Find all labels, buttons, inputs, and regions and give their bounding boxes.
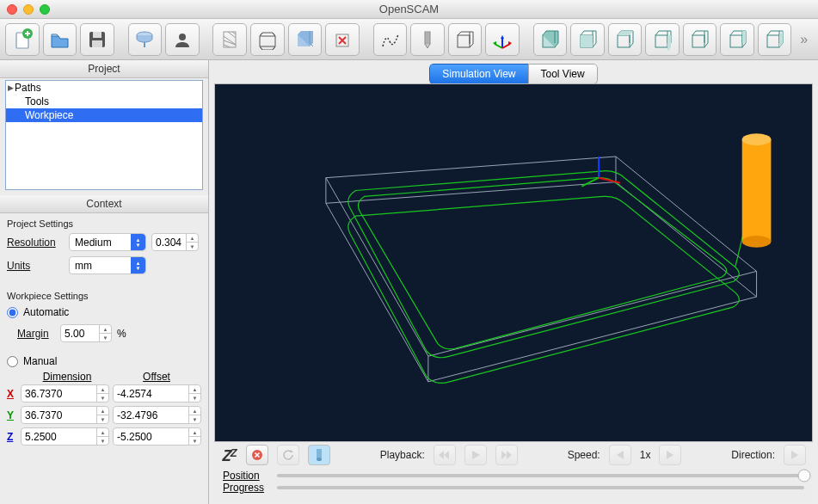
stepper-icon[interactable]: ▲▼ bbox=[96, 428, 108, 445]
axis-y-label: Y bbox=[7, 409, 17, 421]
margin-input[interactable]: 5.00 ▲▼ bbox=[60, 324, 112, 342]
tool-button-1[interactable] bbox=[128, 23, 163, 56]
svg-marker-44 bbox=[617, 451, 624, 459]
svg-marker-41 bbox=[472, 451, 480, 459]
open-file-button[interactable] bbox=[43, 23, 77, 56]
solid-box-button[interactable] bbox=[288, 23, 323, 56]
manual-radio[interactable] bbox=[7, 356, 18, 367]
slider-thumb[interactable] bbox=[798, 470, 811, 482]
axis-x-label: X bbox=[7, 388, 17, 400]
wire-frame-button[interactable] bbox=[250, 23, 285, 56]
resolution-value: Medium bbox=[75, 237, 112, 249]
svg-rect-4 bbox=[92, 40, 102, 47]
tool-preview-button[interactable] bbox=[308, 445, 330, 465]
z-offset-input[interactable]: -5.2500▲▼ bbox=[113, 427, 201, 446]
y-dimension-input[interactable]: 36.7370▲▼ bbox=[21, 406, 109, 424]
svg-marker-36 bbox=[290, 450, 293, 452]
svg-marker-24 bbox=[326, 182, 757, 382]
wire-hatch-button[interactable] bbox=[212, 23, 247, 56]
main-toolbar: » bbox=[0, 19, 818, 60]
stepper-icon[interactable]: ▲▼ bbox=[96, 407, 108, 423]
units-select[interactable]: mm bbox=[69, 256, 146, 274]
tab-tool-view[interactable]: Tool View bbox=[528, 64, 598, 84]
stop-button[interactable] bbox=[246, 445, 268, 465]
3d-viewport[interactable] bbox=[214, 83, 813, 442]
svg-marker-12 bbox=[501, 35, 504, 39]
margin-unit: % bbox=[117, 328, 126, 340]
svg-marker-13 bbox=[493, 41, 496, 46]
project-tree[interactable]: Paths Tools Workpiece bbox=[5, 80, 203, 190]
context-panel-header: Context bbox=[0, 195, 208, 213]
view-cube-7[interactable] bbox=[758, 23, 792, 56]
view-cube-4[interactable] bbox=[645, 23, 680, 56]
z-dimension-input[interactable]: 5.2500▲▼ bbox=[21, 427, 109, 446]
resolution-select[interactable]: Medium bbox=[69, 233, 146, 251]
automatic-radio[interactable] bbox=[7, 307, 18, 318]
save-file-button[interactable] bbox=[80, 23, 114, 56]
y-offset-input[interactable]: -32.4796▲▼ bbox=[113, 406, 201, 424]
user-button[interactable] bbox=[165, 23, 200, 56]
svg-marker-40 bbox=[439, 451, 444, 459]
x-dimension-input[interactable]: 36.7370▲▼ bbox=[21, 384, 109, 403]
svg-rect-32 bbox=[742, 139, 772, 242]
axes-gizmo-button[interactable] bbox=[485, 23, 520, 56]
svg-rect-21 bbox=[730, 35, 742, 47]
left-sidebar: Project Paths Tools Workpiece Context Pr… bbox=[0, 60, 209, 504]
clear-box-button[interactable] bbox=[325, 23, 360, 56]
stepper-icon[interactable]: ▲▼ bbox=[99, 325, 111, 341]
view-tabs: Simulation View Tool View bbox=[209, 60, 818, 83]
view-cube-6[interactable] bbox=[720, 23, 754, 56]
units-label: Units bbox=[7, 260, 64, 272]
dropdown-arrows-icon bbox=[131, 234, 145, 250]
view-cube-5[interactable] bbox=[683, 23, 717, 56]
stepper-icon[interactable]: ▲▼ bbox=[186, 234, 198, 250]
svg-point-34 bbox=[742, 236, 772, 248]
z-dimension-value: 5.2500 bbox=[25, 431, 57, 443]
tree-item-paths[interactable]: Paths bbox=[6, 81, 202, 95]
view-cube-2[interactable] bbox=[570, 23, 605, 56]
drill-tool-button[interactable] bbox=[410, 23, 445, 56]
svg-marker-45 bbox=[667, 451, 673, 459]
stepper-icon[interactable]: ▲▼ bbox=[96, 385, 108, 402]
stepper-icon[interactable]: ▲▼ bbox=[188, 385, 200, 402]
resolution-number-value: 0.304 bbox=[156, 237, 181, 249]
x-offset-input[interactable]: -4.2574▲▼ bbox=[113, 384, 201, 403]
progress-slider[interactable] bbox=[277, 486, 804, 489]
svg-rect-17 bbox=[581, 35, 593, 47]
stepper-icon[interactable]: ▲▼ bbox=[188, 428, 200, 445]
svg-marker-14 bbox=[508, 41, 512, 46]
speed-up-button[interactable] bbox=[659, 445, 681, 465]
tab-simulation-view[interactable]: Simulation View bbox=[429, 64, 527, 84]
tree-item-workpiece[interactable]: Workpiece bbox=[6, 108, 202, 122]
reload-button[interactable] bbox=[277, 445, 299, 465]
resolution-number-input[interactable]: 0.304 ▲▼ bbox=[151, 233, 199, 251]
svg-marker-43 bbox=[507, 451, 512, 459]
x-dimension-value: 36.7370 bbox=[25, 388, 62, 400]
playback-label: Playback: bbox=[380, 449, 425, 461]
sliders-panel: Position Progress bbox=[214, 468, 813, 501]
tree-item-tools[interactable]: Tools bbox=[6, 95, 202, 108]
dimension-header: Dimension bbox=[22, 371, 112, 383]
y-offset-value: -32.4796 bbox=[117, 409, 157, 421]
stepper-icon[interactable]: ▲▼ bbox=[188, 407, 200, 423]
view-cube-3[interactable] bbox=[608, 23, 643, 56]
play-button[interactable] bbox=[464, 445, 487, 465]
bounding-box-button[interactable] bbox=[448, 23, 483, 56]
zoom-window-button[interactable] bbox=[40, 4, 50, 15]
x-offset-value: -4.2574 bbox=[117, 388, 152, 400]
path-curve-button[interactable] bbox=[373, 23, 408, 56]
svg-rect-7 bbox=[224, 32, 236, 47]
close-window-button[interactable] bbox=[7, 4, 17, 15]
forward-button[interactable] bbox=[495, 445, 518, 465]
speed-down-button[interactable] bbox=[609, 445, 631, 465]
toolbar-overflow-button[interactable]: » bbox=[795, 32, 813, 47]
margin-label: Margin bbox=[17, 328, 55, 340]
direction-button[interactable] bbox=[784, 445, 806, 465]
window-title: OpenSCAM bbox=[379, 3, 439, 15]
new-file-button[interactable] bbox=[5, 23, 40, 56]
rewind-button[interactable] bbox=[434, 445, 456, 465]
minimize-window-button[interactable] bbox=[23, 4, 34, 15]
position-slider[interactable] bbox=[277, 474, 804, 477]
svg-rect-19 bbox=[655, 35, 667, 47]
view-cube-1[interactable] bbox=[533, 23, 568, 56]
